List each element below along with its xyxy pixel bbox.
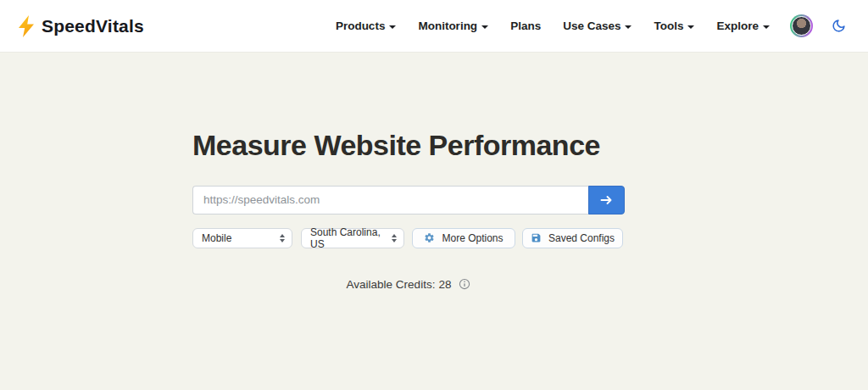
nav-item-label: Tools (654, 20, 683, 32)
saved-configs-button[interactable]: Saved Configs (522, 228, 623, 248)
page-title: Measure Website Performance (192, 128, 625, 163)
info-icon[interactable] (459, 278, 470, 290)
credits-row: Available Credits: 28 (192, 278, 625, 291)
chevron-down-icon (389, 25, 396, 29)
more-options-button[interactable]: More Options (412, 228, 515, 248)
saved-configs-label: Saved Configs (548, 232, 615, 244)
floppy-disk-icon (531, 232, 542, 243)
nav-item-explore[interactable]: Explore (716, 20, 770, 32)
nav-item-use-cases[interactable]: Use Cases (563, 20, 632, 32)
nav-item-label: Use Cases (563, 20, 620, 32)
nav-item-tools[interactable]: Tools (654, 20, 694, 32)
nav-links: Products Monitoring Plans Use Cases Tool… (336, 20, 770, 32)
hero-section: Measure Website Performance Mobile South (0, 53, 868, 291)
lightning-bolt-icon (17, 15, 36, 37)
device-select[interactable]: Mobile (192, 228, 292, 248)
url-form (192, 186, 625, 214)
nav-item-products[interactable]: Products (336, 20, 397, 32)
select-arrows-icon (392, 234, 397, 242)
nav-item-label: Monitoring (418, 20, 477, 32)
test-config-row: Mobile South Carolina, US More Options (192, 228, 625, 248)
nav-item-monitoring[interactable]: Monitoring (418, 20, 488, 32)
device-select-value: Mobile (202, 232, 231, 244)
url-input[interactable] (192, 186, 588, 214)
brand-logo[interactable]: SpeedVitals (17, 15, 144, 37)
credits-label: Available Credits: (347, 278, 436, 291)
nav-item-label: Products (336, 20, 386, 32)
brand-name: SpeedVitals (42, 16, 144, 36)
nav-item-label: Explore (716, 20, 759, 32)
user-avatar[interactable] (790, 14, 813, 37)
gear-icon (424, 232, 435, 243)
more-options-label: More Options (442, 232, 503, 244)
navbar: SpeedVitals Products Monitoring Plans Us… (0, 0, 868, 53)
dark-mode-toggle[interactable] (832, 19, 846, 33)
avatar-photo (792, 16, 811, 36)
run-test-button[interactable] (588, 186, 625, 214)
right-arrow-icon (600, 195, 613, 205)
location-select-value: South Carolina, US (310, 226, 392, 250)
chevron-down-icon (687, 25, 694, 29)
credits-value: 28 (438, 278, 451, 291)
chevron-down-icon (763, 25, 770, 29)
hero-container: Measure Website Performance Mobile South (192, 128, 625, 291)
chevron-down-icon (625, 25, 632, 29)
location-select[interactable]: South Carolina, US (301, 228, 404, 248)
chevron-down-icon (481, 25, 488, 29)
select-arrows-icon (280, 234, 285, 242)
moon-icon (832, 19, 846, 33)
nav-item-label: Plans (510, 20, 541, 32)
nav-item-plans[interactable]: Plans (510, 20, 541, 32)
